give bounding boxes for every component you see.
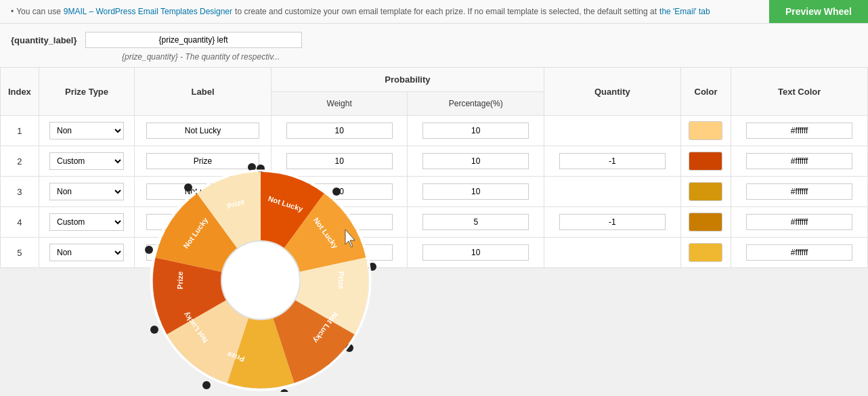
percentage-input[interactable] <box>422 123 529 139</box>
quantity-input[interactable] <box>85 32 302 48</box>
wheel-dot <box>145 246 153 254</box>
color-swatch[interactable] <box>689 152 722 171</box>
cell-percentage <box>408 116 544 146</box>
prize-type-select[interactable]: Non Custom Prize <box>49 244 124 261</box>
cell-text-color <box>731 177 868 207</box>
prize-type-select[interactable]: Non Custom Prize <box>49 152 124 170</box>
cell-index: 1 <box>1 116 39 146</box>
percentage-input[interactable] <box>422 244 529 261</box>
cell-color <box>680 238 731 268</box>
color-swatch[interactable] <box>689 243 722 262</box>
quantity-label: {quantity_label} <box>11 35 77 45</box>
cell-color <box>680 177 731 207</box>
9mail-link[interactable]: 9MAIL – WordPress Email Templates Design… <box>64 7 232 16</box>
quantity-hint: {prize_quantity} - The quantity of respe… <box>0 51 868 67</box>
cell-index: 5 <box>1 238 39 268</box>
cell-quantity <box>544 238 681 268</box>
table-row: 3 Non Custom Prize <box>1 177 868 207</box>
wheel-dot <box>202 381 211 389</box>
text-color-input[interactable] <box>746 153 852 169</box>
cell-percentage <box>408 207 544 238</box>
cell-prize-type: Non Custom Prize <box>39 146 134 177</box>
col-text-color: Text Color <box>731 68 868 116</box>
cell-text-color <box>731 146 868 177</box>
col-quantity: Quantity <box>544 68 681 116</box>
percentage-input[interactable] <box>422 153 529 169</box>
col-color: Color <box>680 68 731 116</box>
cell-index: 4 <box>1 207 39 238</box>
wheel-dot <box>184 183 192 192</box>
table-row: 4 Non Custom Prize <box>1 207 868 238</box>
wheel-container: Prize Not Lucky Prize Not Lucky Prize <box>135 155 386 392</box>
cell-prize-type: Non Custom Prize <box>39 238 134 268</box>
prize-table: Index Prize Type Label Probability Quant… <box>0 67 868 268</box>
cell-percentage <box>408 177 544 207</box>
col-probability: Probability <box>271 68 544 92</box>
cell-index: 3 <box>1 177 39 207</box>
prize-type-select[interactable]: Non Custom Prize <box>49 213 124 231</box>
wheel-dot <box>280 389 288 392</box>
cell-prize-type: Non Custom Prize <box>39 207 134 238</box>
cell-percentage <box>408 238 544 268</box>
wheel-label-3: Prize <box>176 271 184 289</box>
preview-wheel-button[interactable]: Preview Wheel <box>769 0 868 23</box>
percentage-input[interactable] <box>422 214 529 230</box>
cell-label <box>135 116 272 146</box>
cell-text-color <box>731 238 868 268</box>
info-bullet: • <box>11 7 14 16</box>
cell-quantity <box>544 207 681 238</box>
cell-color <box>680 207 731 238</box>
cell-weight <box>271 116 408 146</box>
table-row: 5 Non Custom Prize <box>1 238 868 268</box>
cell-text-color <box>731 116 868 146</box>
wheel-dot <box>150 326 158 334</box>
cell-index: 2 <box>1 146 39 177</box>
col-weight: Weight <box>271 92 408 116</box>
prize-type-select[interactable]: Non Custom Prize <box>49 122 124 139</box>
text-color-input[interactable] <box>746 244 852 261</box>
cell-color <box>680 146 731 177</box>
text-color-input[interactable] <box>746 183 852 200</box>
color-swatch[interactable] <box>689 182 722 201</box>
info-text-prefix: You can use <box>16 7 61 16</box>
table-row: 2 Non Custom Prize <box>1 146 868 177</box>
text-color-input[interactable] <box>746 123 852 139</box>
cell-quantity <box>544 177 681 207</box>
quantity-input-cell[interactable] <box>559 153 666 169</box>
color-swatch[interactable] <box>689 121 722 140</box>
percentage-input[interactable] <box>422 183 529 200</box>
main-content: Prize Not Lucky Prize Not Lucky Prize <box>0 67 868 392</box>
col-percentage: Percentage(%) <box>408 92 544 116</box>
cell-prize-type: Non Custom Prize <box>39 177 134 207</box>
weight-input[interactable] <box>286 123 393 139</box>
quantity-row: {quantity_label} <box>0 24 868 51</box>
col-index: Index <box>1 68 39 116</box>
wheel-svg: Prize Not Lucky Prize Not Lucky Prize <box>135 155 386 392</box>
col-label: Label <box>135 68 272 116</box>
color-swatch[interactable] <box>689 213 722 232</box>
wheel-dot <box>332 188 341 196</box>
col-prize-type: Prize Type <box>39 68 134 116</box>
info-text-suffix: to create and customize your own email t… <box>235 7 657 16</box>
label-input[interactable] <box>146 123 259 139</box>
cell-color <box>680 116 731 146</box>
cell-prize-type: Non Custom Prize <box>39 116 134 146</box>
cell-quantity <box>544 146 681 177</box>
info-bar: • You can use 9MAIL – WordPress Email Te… <box>0 0 868 24</box>
email-tab-link[interactable]: the 'Email' tab <box>659 7 710 16</box>
wheel-label-8: Prize <box>337 271 345 289</box>
cell-percentage <box>408 146 544 177</box>
table-row: 1 Non Custom Prize <box>1 116 868 146</box>
cell-quantity <box>544 116 681 146</box>
cell-text-color <box>731 207 868 238</box>
prize-type-select[interactable]: Non Custom Prize <box>49 183 124 200</box>
quantity-input-cell[interactable] <box>559 214 666 230</box>
text-color-input[interactable] <box>746 214 852 230</box>
